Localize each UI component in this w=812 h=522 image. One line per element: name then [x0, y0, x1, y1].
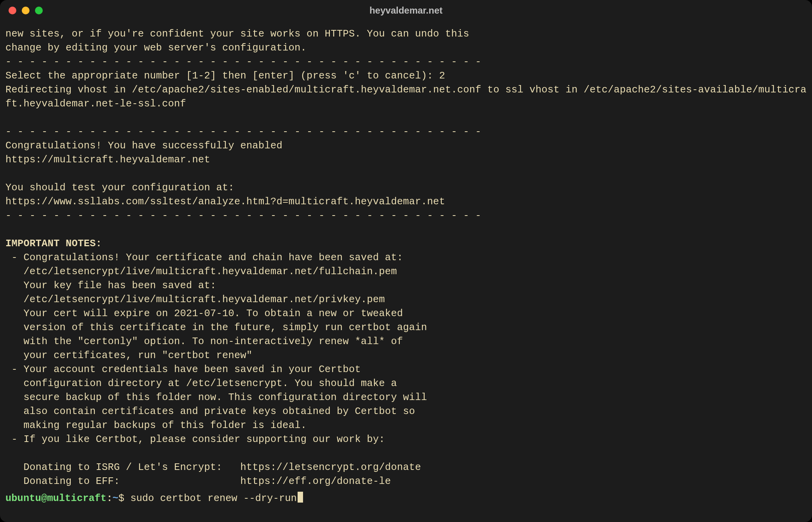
output-line: Congratulations! You have successfully e… — [5, 140, 282, 151]
output-line: with the "certonly" option. To non-inter… — [5, 336, 403, 347]
output-line: - Your account credentials have been sav… — [5, 364, 361, 375]
prompt-line[interactable]: ubuntu@multicraft:~$ sudo certbot renew … — [0, 492, 812, 513]
output-line: your certificates, run "certbot renew" — [5, 350, 253, 361]
output-line: - If you like Certbot, please consider s… — [5, 434, 385, 445]
output-line: Your key file has been saved at: — [5, 280, 216, 291]
maximize-icon[interactable] — [35, 7, 43, 14]
output-line: also contain certificates and private ke… — [5, 406, 415, 417]
output-line: version of this certificate in the futur… — [5, 322, 427, 333]
window-title: heyvaldemar.net — [0, 5, 812, 16]
output-line: - - - - - - - - - - - - - - - - - - - - … — [5, 126, 481, 137]
prompt-user: ubuntu — [5, 493, 41, 504]
output-line: new sites, or if you're confident your s… — [5, 28, 469, 40]
output-line: making regular backups of this folder is… — [5, 420, 307, 431]
output-line: You should test your configuration at: — [5, 182, 234, 193]
output-line: https://www.ssllabs.com/ssltest/analyze.… — [5, 196, 445, 207]
output-line: Redirecting vhost in /etc/apache2/sites-… — [5, 84, 807, 110]
output-line: - Congratulations! Your certificate and … — [5, 252, 403, 263]
prompt-colon: : — [106, 493, 112, 504]
titlebar: heyvaldemar.net — [0, 0, 812, 21]
prompt-host: multicraft — [47, 493, 106, 504]
output-line: secure backup of this folder now. This c… — [5, 392, 427, 403]
output-line: configuration directory at /etc/letsencr… — [5, 378, 397, 389]
output-line: change by editing your web server's conf… — [5, 42, 307, 54]
output-line: Select the appropriate number [1-2] then… — [5, 70, 445, 82]
prompt-symbol: $ — [118, 493, 131, 504]
minimize-icon[interactable] — [22, 7, 30, 14]
output-line: Your cert will expire on 2021-07-10. To … — [5, 308, 403, 319]
output-line: https://multicraft.heyvaldemar.net — [5, 154, 210, 165]
output-line: - - - - - - - - - - - - - - - - - - - - … — [5, 56, 481, 68]
output-line: /etc/letsencrypt/live/multicraft.heyvald… — [5, 294, 385, 305]
important-notes-header: IMPORTANT NOTES: — [5, 238, 102, 249]
output-line: /etc/letsencrypt/live/multicraft.heyvald… — [5, 266, 397, 277]
prompt-at: @ — [41, 493, 47, 504]
output-line: Donating to EFF: https://eff.org/donate-… — [5, 476, 391, 487]
output-line: Donating to ISRG / Let's Encrypt: https:… — [5, 462, 421, 473]
cursor-icon — [298, 492, 303, 503]
prompt-path: ~ — [112, 493, 118, 504]
terminal-window: heyvaldemar.net new sites, or if you're … — [0, 0, 812, 522]
close-icon[interactable] — [9, 7, 16, 14]
traffic-lights — [9, 7, 43, 14]
terminal-output[interactable]: new sites, or if you're confident your s… — [0, 21, 812, 492]
output-line: - - - - - - - - - - - - - - - - - - - - … — [5, 210, 481, 221]
command-input[interactable]: sudo certbot renew --dry-run — [130, 493, 296, 504]
